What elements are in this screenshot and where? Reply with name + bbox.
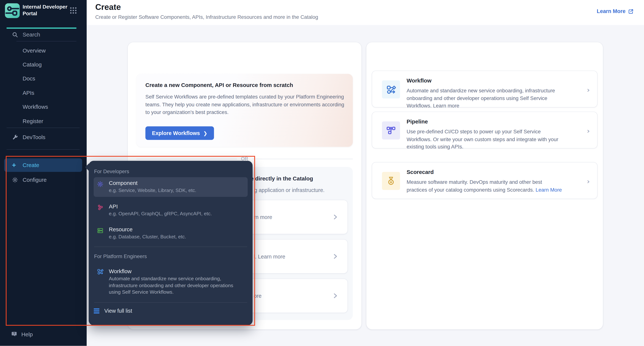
- chevron-right-icon: ›: [587, 128, 590, 135]
- row-title: Workflow: [407, 77, 432, 84]
- sidebar-item-search[interactable]: Search: [0, 28, 87, 41]
- workflow-icon: [97, 268, 104, 275]
- popup-item-title: Component: [109, 180, 138, 186]
- sidebar-item-label: Docs: [22, 75, 35, 82]
- learn-more-link[interactable]: Learn More: [597, 8, 634, 14]
- plus-icon: +: [12, 162, 16, 169]
- row-title: Scorecard: [407, 169, 434, 175]
- workflow-icon: [382, 80, 400, 99]
- sidebar-divider: [6, 128, 80, 128]
- sidebar-item-label: Overview: [22, 47, 46, 53]
- resource-icon: [97, 227, 104, 234]
- external-link-icon: [628, 8, 634, 14]
- sidebar-item-label: Workflows: [22, 104, 48, 110]
- sidebar-item-label: APIs: [22, 90, 34, 96]
- popup-item-title: Workflow: [109, 268, 132, 275]
- view-full-list-item[interactable]: View full list: [94, 308, 132, 314]
- chevron-right-icon: [332, 214, 338, 220]
- help-chat-icon: ?: [11, 331, 18, 338]
- chevron-right-icon: ❯: [203, 130, 207, 136]
- sidebar-item-label: DevTools: [22, 134, 45, 140]
- sidebar-item-apis[interactable]: APIs: [0, 87, 87, 99]
- popup-divider: [94, 302, 247, 303]
- popup-item-api[interactable]: API e.g. OpenAPI, GraphQL, gRPC, AsyncAP…: [94, 200, 248, 220]
- popup-item-subtitle: e.g. Database, Cluster, Bucket, etc.: [109, 234, 186, 240]
- sidebar: Internal Developer Portal Search Overvie…: [0, 0, 87, 346]
- panel-description: Self Service Workflows are pre-defined t…: [146, 93, 348, 116]
- popup-item-title: Resource: [109, 226, 132, 233]
- row-text: rn more: [254, 214, 272, 220]
- sidebar-item-label: Register: [22, 118, 43, 124]
- svg-text:?: ?: [13, 332, 15, 335]
- explore-workflows-button[interactable]: Explore Workflows ❯: [146, 126, 214, 140]
- sidebar-item-configure[interactable]: Configure: [0, 173, 87, 186]
- search-icon: [12, 31, 18, 38]
- row-description: Use pre-defined CI/CD steps to power up …: [407, 128, 562, 151]
- catalog-section-subtitle: g application or infrastructure.: [254, 187, 324, 193]
- gear-icon: [12, 176, 18, 183]
- row-title: Pipeline: [407, 119, 428, 125]
- popup-item-resource[interactable]: Resource e.g. Database, Cluster, Bucket,…: [94, 224, 248, 243]
- api-icon: [97, 204, 104, 211]
- workflow-row[interactable]: Workflow Automate and standardize new se…: [372, 71, 598, 107]
- sidebar-item-label: Create: [22, 162, 39, 168]
- sidebar-item-help[interactable]: ? Help: [0, 328, 87, 341]
- create-popup-menu: For Developers Component e.g. Service, W…: [89, 161, 253, 325]
- page-title: Create: [95, 2, 121, 12]
- popup-item-workflow[interactable]: Workflow Automate and standardize new se…: [94, 265, 248, 298]
- or-label: OR: [241, 156, 248, 161]
- catalog-section-heading: e directly in the Catalog: [250, 175, 313, 182]
- sidebar-item-docs[interactable]: Docs: [0, 72, 87, 85]
- popup-item-component[interactable]: Component e.g. Service, Website, Library…: [94, 177, 248, 197]
- explore-workflows-label: Explore Workflows: [152, 130, 200, 136]
- learn-more-link[interactable]: Learn More: [536, 187, 562, 192]
- app-logo-row: Internal Developer Portal: [5, 3, 68, 18]
- chevron-right-icon: ›: [587, 178, 590, 185]
- chevron-right-icon: [332, 293, 338, 299]
- row-description: Measure software maturity. DevOps maturi…: [407, 178, 562, 194]
- wrench-icon: [12, 134, 18, 140]
- scorecard-icon: [382, 172, 400, 190]
- create-from-scratch-panel: Create a new Component, API or Resource …: [136, 74, 353, 147]
- panel-heading: Create a new Component, API or Resource …: [146, 82, 293, 88]
- learn-more-label: Learn More: [597, 8, 626, 14]
- popup-item-title: API: [109, 203, 118, 210]
- chevron-right-icon: ›: [587, 87, 590, 93]
- sidebar-divider: [16, 41, 76, 41]
- popup-divider: [94, 247, 247, 247]
- sidebar-item-register[interactable]: Register: [0, 115, 87, 127]
- component-gear-icon: [97, 181, 104, 187]
- apps-grid-icon[interactable]: [70, 7, 77, 14]
- app-window: Internal Developer Portal Search Overvie…: [0, 0, 644, 346]
- row-text: l. Learn more: [254, 253, 285, 259]
- pipeline-row[interactable]: Pipeline Use pre-defined CI/CD steps to …: [372, 112, 598, 149]
- sidebar-item-devtools[interactable]: DevTools: [0, 131, 87, 143]
- app-title: Internal Developer Portal: [22, 3, 68, 17]
- page-subtitle: Create or Register Software Components, …: [95, 14, 318, 20]
- platform-engineer-card: If you are an Platform Engineer ... Work…: [366, 42, 603, 330]
- popup-item-description: Automate and standardize new service onb…: [109, 275, 244, 296]
- or-divider: OR: [136, 156, 353, 161]
- sidebar-item-label: Configure: [22, 176, 46, 183]
- sidebar-item-label: Help: [22, 331, 33, 338]
- scorecard-row[interactable]: Scorecard Measure software maturity. Dev…: [372, 162, 598, 199]
- popup-item-subtitle: e.g. Service, Website, Library, SDK, etc…: [109, 187, 196, 193]
- sidebar-item-overview[interactable]: Overview: [0, 44, 87, 57]
- popup-section-platform-engineers: For Platform Engineers: [94, 253, 147, 259]
- row-description: Automate and standardize new service onb…: [407, 87, 562, 110]
- row-description-text: Measure software maturity. DevOps maturi…: [407, 179, 542, 193]
- view-full-list-label: View full list: [104, 308, 132, 314]
- sidebar-item-label: Search: [22, 31, 40, 38]
- page-header: Create Create or Register Software Compo…: [87, 0, 644, 25]
- sidebar-divider: [6, 149, 80, 150]
- pipeline-icon: [382, 121, 400, 140]
- list-icon: [94, 308, 100, 314]
- sidebar-item-workflows[interactable]: Workflows: [0, 101, 87, 113]
- popup-item-subtitle: e.g. OpenAPI, GraphQL, gRPC, AsyncAPI, e…: [109, 211, 212, 217]
- sidebar-item-label: Catalog: [22, 61, 42, 67]
- chevron-right-icon: [332, 253, 338, 260]
- app-logo-icon: [5, 3, 20, 18]
- sidebar-item-create[interactable]: + Create: [4, 158, 82, 172]
- popup-section-developers: For Developers: [94, 169, 129, 174]
- sidebar-item-catalog[interactable]: Catalog: [0, 58, 87, 71]
